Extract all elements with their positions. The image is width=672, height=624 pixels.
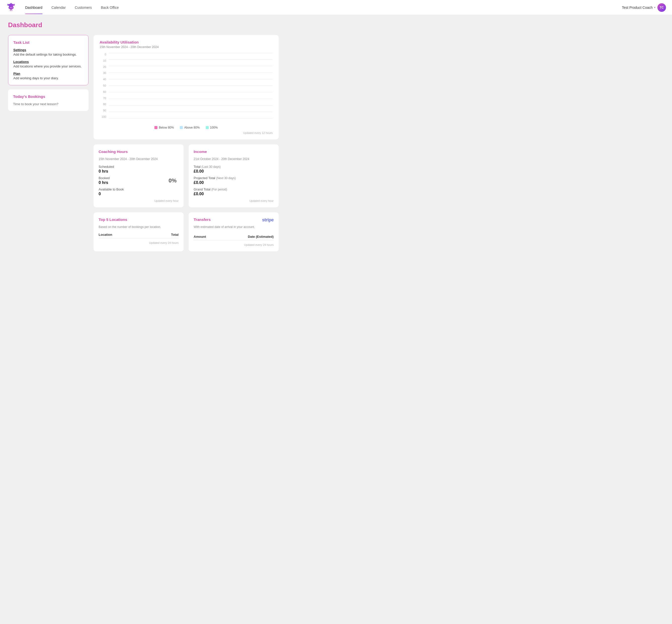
grid-line-60	[109, 79, 273, 79]
projected-muted: (Next 30 days)	[216, 176, 236, 180]
logo-icon[interactable]	[6, 2, 16, 12]
todays-bookings-card: Today's Bookings Time to book your next …	[8, 89, 88, 111]
task-plan: Plan Add working days to your diary.	[13, 72, 83, 80]
coaching-title: Coaching Hours	[99, 150, 179, 154]
middle-row: Coaching Hours 15th November 2024 - 20th…	[8, 145, 279, 207]
bottom-row: Top 5 Locations Based on the number of b…	[8, 212, 279, 251]
settings-desc: Add the default settings for taking book…	[13, 53, 77, 56]
income-grand-label: Grand Total (For period)	[194, 187, 274, 191]
spacer	[8, 145, 88, 207]
transfers-table-header: Amount Date (Estimated)	[194, 235, 274, 240]
nav-backoffice[interactable]: Back Office	[97, 3, 123, 11]
nav-customers[interactable]: Customers	[71, 3, 96, 11]
grid-line-100	[109, 53, 273, 53]
y-label-80: 80	[100, 103, 108, 106]
locations-title: Top 5 Locations	[99, 217, 179, 222]
y-label-30: 30	[100, 72, 108, 75]
legend-label-below80: Below 80%	[159, 126, 174, 129]
percent-value: 0%	[168, 177, 177, 184]
legend-dot-below80	[155, 126, 157, 129]
projected-label-text: Projected Total	[194, 176, 215, 180]
bookings-empty-text: Time to book your next lesson?	[13, 102, 83, 106]
plan-desc: Add working days to your diary.	[13, 76, 59, 80]
locations-link[interactable]: Locations	[13, 60, 83, 64]
legend-label-above80: Above 80%	[184, 126, 199, 129]
top-locations-card: Top 5 Locations Based on the number of b…	[93, 212, 184, 251]
plan-link[interactable]: Plan	[13, 72, 83, 76]
grid-line-20	[109, 105, 273, 105]
income-total-label: Total (Last 30 days)	[194, 165, 274, 168]
total-label-text: Total	[194, 165, 200, 168]
business-selector[interactable]: Test Product Coach ▾	[622, 5, 655, 9]
income-title: Income	[194, 150, 274, 154]
grid-line-30	[109, 99, 273, 99]
total-value: £0.00	[194, 169, 274, 174]
availability-title: Availability Utilisation	[100, 40, 273, 44]
y-label-90: 90	[100, 109, 108, 112]
chevron-down-icon: ▾	[654, 6, 655, 9]
nav-calendar[interactable]: Calendar	[48, 3, 70, 11]
grid-line-0	[109, 118, 273, 119]
business-name: Test Product Coach	[622, 5, 653, 9]
coaching-left: Scheduled 0 hrs Booked 0 hrs Available t…	[99, 165, 168, 196]
y-label-100: 100	[100, 115, 108, 118]
y-label-0: 0	[100, 53, 108, 56]
transfers-card: Transfers With estimated date of arrival…	[189, 212, 279, 251]
transfers-updated: Updated every 24 hours	[194, 243, 274, 246]
availability-chart: 100 90 80 70 60 50 40 30 20 10 0	[100, 53, 273, 123]
scheduled-value: 0 hrs	[99, 169, 168, 174]
date-col-header: Date (Estimated)	[248, 235, 274, 238]
income-daterange: 21st October 2024 - 20th December 2024	[194, 157, 274, 161]
income-projected-label: Projected Total (Next 30 days)	[194, 176, 274, 180]
stripe-logo: stripe	[262, 217, 274, 223]
y-label-20: 20	[100, 66, 108, 69]
task-locations: Locations Add locations where you provid…	[13, 60, 83, 68]
task-settings: Settings Add the default settings for ta…	[13, 48, 83, 56]
transfers-subtitle: With estimated date of arrival in your a…	[194, 225, 255, 229]
transfers-header-row: Transfers With estimated date of arrival…	[194, 217, 274, 233]
y-axis: 100 90 80 70 60 50 40 30 20 10 0	[100, 53, 108, 118]
svg-point-1	[11, 7, 12, 8]
grand-muted: (For period)	[212, 188, 227, 191]
locations-table-header: Location Total	[99, 233, 179, 238]
legend-below80: Below 80%	[155, 126, 174, 129]
nav-dashboard[interactable]: Dashboard	[21, 3, 47, 11]
locations-subtitle: Based on the number of bookings per loca…	[99, 225, 179, 229]
availability-updated: Updated every 12 hours	[100, 131, 273, 134]
grid-line-50	[109, 85, 273, 86]
y-label-70: 70	[100, 97, 108, 100]
coaching-content: Scheduled 0 hrs Booked 0 hrs Available t…	[99, 165, 179, 196]
page-title: Dashboard	[8, 21, 279, 29]
scheduled-label: Scheduled	[99, 165, 168, 168]
legend-100: 100%	[206, 126, 218, 129]
grid-line-80	[109, 66, 273, 66]
settings-link[interactable]: Settings	[13, 48, 83, 52]
grid-line-90	[109, 59, 273, 60]
grand-label-text: Grand Total	[194, 187, 211, 191]
available-label: Available to Book	[99, 187, 168, 191]
booked-value: 0 hrs	[99, 180, 168, 185]
task-list-card: Task List Settings Add the default setti…	[8, 35, 88, 85]
y-label-60: 60	[100, 90, 108, 93]
coaching-percent: 0%	[168, 177, 179, 184]
legend-above80: Above 80%	[180, 126, 199, 129]
grid-line-10	[109, 112, 273, 112]
locations-updated: Updated every 24 hours	[99, 241, 179, 244]
availability-daterange: 15th November 2024 - 20th December 2024	[100, 45, 273, 49]
coaching-hours-card: Coaching Hours 15th November 2024 - 20th…	[93, 145, 184, 207]
todays-bookings-title: Today's Bookings	[13, 94, 83, 99]
income-updated: Updated every hour	[194, 199, 274, 202]
navbar: Dashboard Calendar Customers Back Office…	[0, 0, 672, 15]
coaching-updated: Updated every hour	[99, 199, 179, 202]
grand-value: £0.00	[194, 192, 274, 196]
dashboard-grid: Task List Settings Add the default setti…	[8, 35, 279, 139]
legend-label-100: 100%	[210, 126, 218, 129]
avatar[interactable]: TC	[657, 3, 666, 12]
task-list-title: Task List	[13, 40, 83, 45]
y-label-40: 40	[100, 78, 108, 81]
right-column: Availability Utilisation 15th November 2…	[93, 35, 279, 139]
left-column: Task List Settings Add the default setti…	[8, 35, 88, 139]
transfers-title: Transfers	[194, 217, 255, 222]
projected-value: £0.00	[194, 180, 274, 185]
nav-right: Test Product Coach ▾ TC	[622, 3, 666, 12]
